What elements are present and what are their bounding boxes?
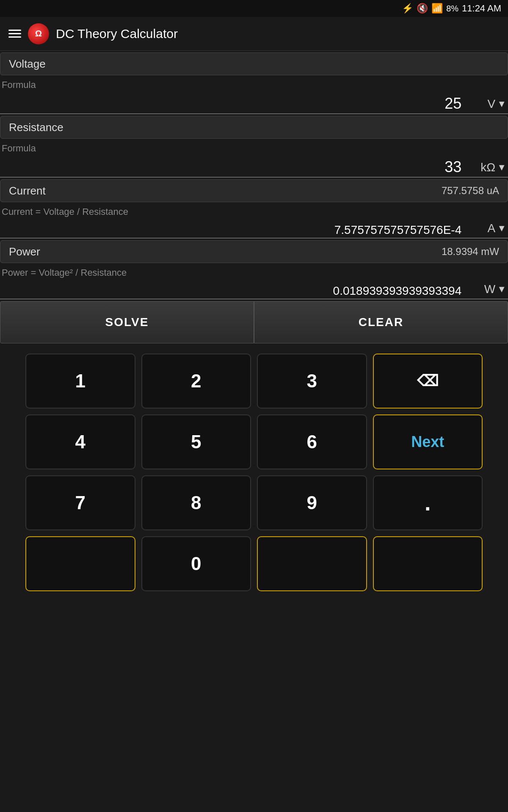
key-1[interactable]: 1: [25, 354, 135, 409]
power-label: Power: [9, 245, 40, 258]
resistance-input-row: 33 kΩ ▼: [0, 155, 508, 178]
app-title: DC Theory Calculator: [56, 27, 178, 41]
power-dropdown-arrow[interactable]: ▼: [497, 284, 506, 295]
current-unit: A: [470, 222, 495, 235]
time-text: 11:24 AM: [462, 3, 501, 14]
voltage-unit: V: [470, 97, 495, 111]
power-formula: Power = Voltage² / Resistance: [0, 265, 508, 279]
key-2[interactable]: 2: [141, 354, 251, 409]
voltage-label: Voltage: [9, 58, 46, 71]
power-input-row: 0.018939393939393394 W ▼: [0, 279, 508, 299]
menu-button[interactable]: [8, 30, 21, 38]
resistance-section-bar[interactable]: Resistance: [0, 116, 508, 139]
resistance-dropdown-arrow[interactable]: ▼: [497, 162, 506, 173]
numpad: 1 2 3 ⌫ 4 5 6 Next 7 8 9 . 0: [0, 347, 508, 598]
current-dropdown-arrow[interactable]: ▼: [497, 223, 506, 234]
voltage-input-row: 25 V ▼: [0, 91, 508, 114]
key-empty-left: [25, 536, 135, 591]
resistance-value[interactable]: 33: [2, 158, 470, 176]
next-button[interactable]: Next: [373, 414, 483, 469]
mute-icon: 🔇: [417, 3, 428, 14]
main-content: Voltage Formula 25 V ▼ Resistance Formul…: [0, 52, 508, 598]
voltage-formula-label: Formula: [0, 77, 508, 91]
key-4[interactable]: 4: [25, 414, 135, 469]
solve-button[interactable]: SOLVE: [0, 301, 254, 343]
backspace-button[interactable]: ⌫: [373, 354, 483, 409]
key-5[interactable]: 5: [141, 414, 251, 469]
app-header: Ω DC Theory Calculator: [0, 17, 508, 51]
key-9[interactable]: 9: [257, 475, 367, 530]
app-logo: Ω: [28, 23, 49, 44]
current-section-bar[interactable]: Current 757.5758 uA: [0, 179, 508, 202]
wifi-icon: 📶: [431, 3, 443, 14]
key-6[interactable]: 6: [257, 414, 367, 469]
clear-button[interactable]: CLEAR: [254, 301, 508, 343]
action-buttons: SOLVE CLEAR: [0, 301, 508, 343]
resistance-unit-selector[interactable]: kΩ ▼: [470, 161, 506, 176]
key-empty-right: [257, 536, 367, 591]
voltage-dropdown-arrow[interactable]: ▼: [497, 99, 506, 110]
current-input-row: 7.575757575757576E-4 A ▼: [0, 218, 508, 239]
power-section-bar[interactable]: Power 18.9394 mW: [0, 240, 508, 263]
current-label: Current: [9, 184, 46, 198]
power-unit-selector[interactable]: W ▼: [470, 283, 506, 298]
resistance-label: Resistance: [9, 121, 64, 134]
power-unit: W: [470, 283, 495, 296]
resistance-formula-label: Formula: [0, 140, 508, 155]
current-formula: Current = Voltage / Resistance: [0, 204, 508, 218]
key-7[interactable]: 7: [25, 475, 135, 530]
voltage-value[interactable]: 25: [2, 95, 470, 112]
decimal-button[interactable]: .: [373, 475, 483, 530]
power-calc-value[interactable]: 0.018939393939393394: [2, 284, 470, 298]
status-bar: ⚡ 🔇 📶 8% 11:24 AM: [0, 0, 508, 17]
voltage-section-bar[interactable]: Voltage: [0, 52, 508, 75]
key-0[interactable]: 0: [141, 536, 251, 591]
resistance-unit: kΩ: [470, 161, 495, 174]
bluetooth-icon: ⚡: [402, 3, 413, 14]
key-8[interactable]: 8: [141, 475, 251, 530]
battery-text: 8%: [446, 4, 458, 14]
power-result: 18.9394 mW: [442, 246, 499, 258]
current-calc-value[interactable]: 7.575757575757576E-4: [2, 223, 470, 237]
key-empty-far-right: [373, 536, 483, 591]
key-3[interactable]: 3: [257, 354, 367, 409]
voltage-unit-selector[interactable]: V ▼: [470, 97, 506, 112]
current-result: 757.5758 uA: [442, 185, 499, 197]
current-unit-selector[interactable]: A ▼: [470, 222, 506, 237]
